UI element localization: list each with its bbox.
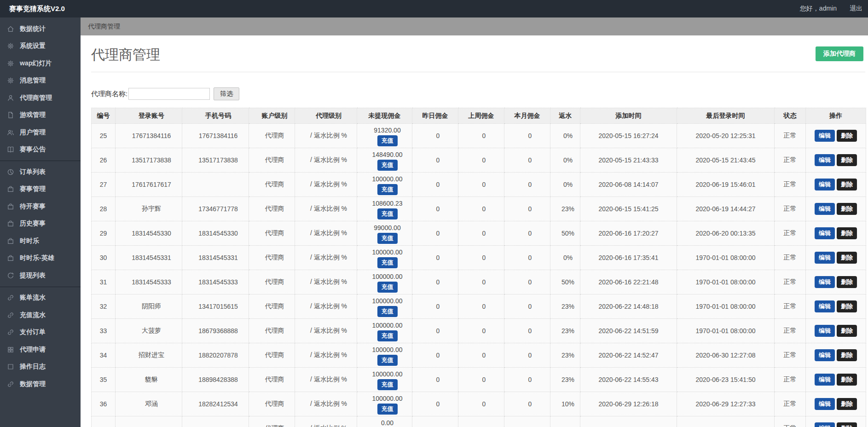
this-month-cell: 0 bbox=[504, 368, 550, 392]
user-greeting: 您好，admin bbox=[800, 5, 837, 13]
table-row: 291831454533018314545330代理商/ 返水比例 %99000… bbox=[92, 221, 866, 246]
recharge-button[interactable]: 充值 bbox=[377, 233, 398, 244]
add-agent-button[interactable]: 添加代理商 bbox=[816, 46, 863, 61]
last-login-cell: 1970-01-01 08:00:00 bbox=[677, 246, 775, 270]
sidebar-item-label: 代理商管理 bbox=[20, 94, 52, 102]
last-login-cell: 2020-06-20 00:13:35 bbox=[677, 221, 775, 246]
last-login-cell: 2020-05-20 12:25:31 bbox=[677, 124, 775, 148]
sidebar-item-pending-matches[interactable]: 待开赛事 bbox=[0, 198, 81, 215]
edit-button[interactable]: 编辑 bbox=[815, 422, 835, 427]
app-title: 赛事竞猜系统V2.0 bbox=[0, 5, 81, 13]
recharge-button[interactable]: 充值 bbox=[377, 404, 398, 415]
delete-button[interactable]: 删除 bbox=[837, 349, 857, 361]
delete-button[interactable]: 删除 bbox=[837, 252, 857, 264]
recharge-button[interactable]: 充值 bbox=[377, 330, 398, 341]
recharge-button[interactable]: 充值 bbox=[377, 355, 398, 366]
recharge-button[interactable]: 充值 bbox=[377, 282, 398, 293]
account-cell bbox=[116, 416, 182, 427]
edit-button[interactable]: 编辑 bbox=[815, 325, 835, 337]
this-month-cell: 0 bbox=[504, 148, 550, 173]
last-login-cell: 2020-06-19 14:44:27 bbox=[677, 197, 775, 221]
recharge-button[interactable]: 充值 bbox=[377, 184, 398, 195]
added-time-cell: 2020-06-22 14:55:43 bbox=[580, 368, 677, 392]
agent-name-input[interactable] bbox=[128, 88, 210, 100]
sidebar-item-user-mgmt[interactable]: 用户管理 bbox=[0, 124, 81, 141]
delete-button[interactable]: 删除 bbox=[837, 130, 857, 142]
recharge-button[interactable]: 充值 bbox=[377, 208, 398, 219]
edit-button[interactable]: 编辑 bbox=[815, 349, 835, 361]
delete-button[interactable]: 删除 bbox=[837, 398, 857, 410]
agent-level-cell: / 返水比例 % bbox=[295, 368, 357, 392]
edit-button[interactable]: 编辑 bbox=[815, 374, 835, 386]
account-cell: 18314545331 bbox=[116, 246, 182, 270]
commission-cell: 91320.00充值 bbox=[357, 124, 412, 148]
edit-button[interactable]: 编辑 bbox=[815, 300, 835, 312]
edit-button[interactable]: 编辑 bbox=[815, 130, 835, 142]
agent-level-cell: / 返水比例 % bbox=[295, 294, 357, 319]
account-cell: 貔貅 bbox=[116, 368, 182, 392]
last-week-cell: 0 bbox=[458, 173, 504, 197]
last-login-cell: 1970-01-01 08:00:00 bbox=[677, 294, 775, 319]
delete-button[interactable]: 删除 bbox=[837, 422, 857, 427]
recharge-button[interactable]: 充值 bbox=[377, 379, 398, 390]
sidebar-item-label: 用户管理 bbox=[20, 128, 46, 137]
sidebar-item-match-mgmt[interactable]: 赛事管理 bbox=[0, 181, 81, 198]
recharge-button[interactable]: 充值 bbox=[377, 160, 398, 171]
sidebar-item-shishile[interactable]: 时时乐 bbox=[0, 232, 81, 250]
commission-cell: 100000.00充值 bbox=[357, 368, 412, 392]
account-cell: 阴阳师 bbox=[116, 294, 182, 319]
delete-button[interactable]: 删除 bbox=[837, 325, 857, 337]
sidebar-item-payment-orders[interactable]: 支付订单 bbox=[0, 324, 81, 341]
recharge-button[interactable]: 充值 bbox=[377, 257, 398, 268]
recharge-button[interactable]: 充值 bbox=[377, 306, 398, 317]
sidebar-item-system-settings[interactable]: 系统设置 bbox=[0, 38, 81, 55]
last-week-cell: 0 bbox=[458, 148, 504, 173]
link-icon bbox=[7, 381, 14, 388]
delete-button[interactable]: 删除 bbox=[837, 276, 857, 288]
edit-button[interactable]: 编辑 bbox=[815, 179, 835, 190]
delete-button[interactable]: 删除 bbox=[837, 179, 857, 190]
agent-level-cell: / 返水比例 % bbox=[295, 221, 357, 246]
table-row: 36邓涵18282412534代理商/ 返水比例 %100000.00充值000… bbox=[92, 392, 866, 416]
refresh-icon bbox=[7, 272, 14, 279]
delete-button[interactable]: 删除 bbox=[837, 154, 857, 166]
sidebar-item-agent-apply[interactable]: 代理申请 bbox=[0, 341, 81, 358]
sidebar-item-stats[interactable]: 数据统计 bbox=[0, 20, 81, 38]
sidebar-item-wap-slides[interactable]: wap幻灯片 bbox=[0, 55, 81, 72]
edit-button[interactable]: 编辑 bbox=[815, 276, 835, 288]
delete-button[interactable]: 删除 bbox=[837, 227, 857, 239]
sidebar-item-order-list[interactable]: 订单列表 bbox=[0, 163, 81, 181]
last-week-cell: 0 bbox=[458, 392, 504, 416]
sidebar-item-withdraw-list[interactable]: 提现列表 bbox=[0, 267, 81, 284]
sidebar-item-operation-log[interactable]: 操作日志 bbox=[0, 358, 81, 376]
recharge-button[interactable]: 充值 bbox=[377, 135, 398, 146]
filter-button[interactable]: 筛选 bbox=[214, 87, 239, 100]
link-icon bbox=[7, 294, 14, 301]
sidebar-item-game-mgmt[interactable]: 游戏管理 bbox=[0, 107, 81, 124]
bag-icon bbox=[7, 220, 14, 227]
commission-value: 100000.00 bbox=[363, 322, 412, 329]
delete-button[interactable]: 删除 bbox=[837, 300, 857, 312]
edit-button[interactable]: 编辑 bbox=[815, 252, 835, 264]
sidebar-item-message-mgmt[interactable]: 消息管理 bbox=[0, 72, 81, 90]
added-time-cell: 2020-06-16 17:20:27 bbox=[580, 221, 677, 246]
delete-button[interactable]: 删除 bbox=[837, 203, 857, 215]
sidebar-item-agent-mgmt[interactable]: 代理商管理 bbox=[0, 89, 81, 107]
sidebar-item-shishile-hero[interactable]: 时时乐-英雄 bbox=[0, 250, 81, 267]
edit-button[interactable]: 编辑 bbox=[815, 398, 835, 410]
delete-button[interactable]: 删除 bbox=[837, 374, 857, 386]
sidebar-item-data-mgmt[interactable]: 数据管理 bbox=[0, 375, 81, 393]
edit-button[interactable]: 编辑 bbox=[815, 154, 835, 166]
edit-button[interactable]: 编辑 bbox=[815, 203, 835, 215]
last-login-cell: 2020-06-29 12:27:33 bbox=[677, 392, 775, 416]
sidebar-menu: 数据统计系统设置wap幻灯片消息管理代理商管理游戏管理用户管理赛事公告订单列表赛… bbox=[0, 17, 81, 427]
agent-level-cell: / 返水比例 % bbox=[295, 197, 357, 221]
sidebar-item-recharge-flow[interactable]: 充值流水 bbox=[0, 306, 81, 324]
edit-button[interactable]: 编辑 bbox=[815, 227, 835, 239]
logout-link[interactable]: 退出 bbox=[850, 5, 862, 13]
sidebar-item-label: 待开赛事 bbox=[20, 202, 46, 211]
sidebar-item-history-matches[interactable]: 历史赛事 bbox=[0, 215, 81, 233]
sidebar-item-match-announcement[interactable]: 赛事公告 bbox=[0, 141, 81, 159]
account-cell: 18314545333 bbox=[116, 270, 182, 294]
sidebar-item-bill-flow[interactable]: 账单流水 bbox=[0, 289, 81, 307]
